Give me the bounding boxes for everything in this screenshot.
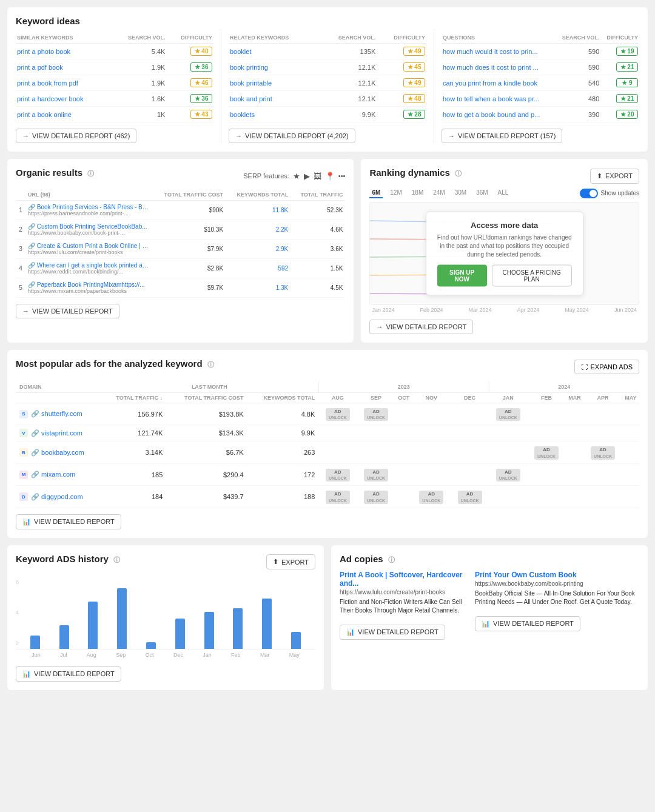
ad-badge[interactable]: ADUNLOCK <box>326 491 350 503</box>
ad-badge[interactable]: ADUNLOCK <box>326 469 350 481</box>
table-row: booklets 9.9K ★ 28 <box>229 107 426 122</box>
keyword-link[interactable]: print a hardcover book <box>17 95 83 102</box>
keyword-link[interactable]: how much does it cost to print ... <box>443 64 539 71</box>
result-link[interactable]: 🔗 Create & Custom Print a Book Online | … <box>28 243 149 249</box>
total-traffic: 4.5K <box>291 278 345 298</box>
expand-ads-button[interactable]: ⛶ EXPAND ADS <box>574 360 640 374</box>
domain-icon: M <box>19 471 28 479</box>
vol-cell: 5.4K <box>112 44 167 59</box>
ranking-export-button[interactable]: ⬆ EXPORT <box>590 169 639 184</box>
ad-cell-2023: ADUNLOCK <box>357 463 395 485</box>
x-label: Jun <box>32 652 41 658</box>
ad-badge[interactable]: ADUNLOCK <box>534 446 559 459</box>
domain-icon: S <box>19 410 28 418</box>
questions-report-button[interactable]: → VIEW DETAILED REPORT (157) <box>442 129 562 143</box>
domain-link[interactable]: V 🔗 vistaprint.com <box>19 429 97 437</box>
x-label: Jul <box>60 652 67 658</box>
domain-link[interactable]: D 🔗 diggypod.com <box>19 492 97 501</box>
keyword-link[interactable]: book printing <box>230 64 268 71</box>
ad-copy-title: Print Your Own Custom Book <box>475 571 639 579</box>
similar-report-button[interactable]: → VIEW DETAILED REPORT (462) <box>16 129 136 143</box>
ranking-tab[interactable]: 30M <box>452 188 469 198</box>
keyword-link[interactable]: print a pdf book <box>17 64 63 71</box>
related-report-button[interactable]: → VIEW DETAILED REPORT (4,202) <box>229 129 355 143</box>
keyword-link[interactable]: how to tell when a book was pr... <box>443 95 539 102</box>
ad-copy-item: Print A Book | Softcover, Hardcover and.… <box>340 571 465 640</box>
ad-cell-empty <box>395 425 412 441</box>
ad-badge[interactable]: ADUNLOCK <box>496 408 520 421</box>
result-link[interactable]: 🔗 Custom Book Printing ServiceBookBab... <box>28 223 149 230</box>
keyword-link[interactable]: print a book from pdf <box>17 79 78 87</box>
ranking-tab[interactable]: 36M <box>474 188 490 198</box>
ad-badge[interactable]: ADUNLOCK <box>591 446 615 459</box>
signup-button[interactable]: SIGN UP NOW <box>437 265 487 287</box>
keyword-link[interactable]: print a book online <box>17 111 72 118</box>
ads-subheader-cell: TOTAL TRAFFIC ↓ <box>101 393 166 403</box>
month-header: AUG <box>318 393 357 403</box>
ranking-tab[interactable]: ALL <box>495 188 511 198</box>
ranking-tab[interactable]: 18M <box>409 188 426 198</box>
bar <box>88 602 98 649</box>
domain-link[interactable]: S 🔗 shutterfly.com <box>19 410 97 418</box>
keyword-link[interactable]: how to get a book bound and p... <box>443 111 540 118</box>
keyword-link[interactable]: book printable <box>230 79 272 87</box>
ad-badge[interactable]: ADUNLOCK <box>458 491 482 503</box>
month-header: SEP <box>357 393 395 403</box>
ad-badge[interactable]: ADUNLOCK <box>326 408 350 421</box>
organic-report-button[interactable]: → VIEW DETAILED REPORT <box>16 304 119 318</box>
keyword-link[interactable]: book and print <box>230 95 272 102</box>
keyword-link[interactable]: booklets <box>230 111 255 118</box>
related-keywords-col: RELATED KEYWORDS SEARCH VOL. DIFFICULTY … <box>229 32 434 143</box>
traffic-cost: $9.7K <box>152 278 226 298</box>
cost-header: TOTAL TRAFFIC COST <box>152 189 226 201</box>
vol-cell: 1K <box>112 107 167 122</box>
arrow-icon: → <box>235 132 242 139</box>
show-updates-toggle[interactable] <box>580 189 598 198</box>
ranking-tab[interactable]: 12M <box>388 188 404 198</box>
ad-badge[interactable]: ADUNLOCK <box>364 408 388 421</box>
domain-link[interactable]: M 🔗 mixam.com <box>19 471 97 479</box>
keywords-cell: 188 <box>247 486 319 508</box>
diff-cell: ★ 48 <box>377 91 426 107</box>
ranking-report-button[interactable]: → VIEW DETAILED REPORT <box>369 320 473 334</box>
expand-icon: ⛶ <box>581 363 588 371</box>
bar-group <box>281 577 311 649</box>
ad-cell-empty <box>583 486 622 508</box>
ranking-tab[interactable]: 6M <box>369 188 383 198</box>
ads-history-report-label: VIEW DETAILED REPORT <box>34 670 115 677</box>
pricing-button[interactable]: CHOOSE A PRICING PLAN <box>492 265 572 287</box>
ad-badge[interactable]: ADUNLOCK <box>364 491 388 503</box>
y-label: 2 <box>16 640 19 646</box>
y-axis: 642 <box>16 577 19 649</box>
info-icon: ⓘ <box>388 556 395 563</box>
domain-link[interactable]: B 🔗 bookbaby.com <box>19 448 97 457</box>
vol-cell: 1.6K <box>112 91 167 107</box>
traffic-cell: 121.74K <box>101 425 166 441</box>
x-label: Sep <box>116 652 126 658</box>
result-link[interactable]: 🔗 Paperback Book PrintingMixamhttps://..… <box>28 281 149 288</box>
ad-copy-report-button[interactable]: 📊 VIEW DETAILED REPORT <box>475 616 580 631</box>
ads-report-button[interactable]: 📊 VIEW DETAILED REPORT <box>16 514 121 529</box>
keyword-link[interactable]: how much would it cost to prin... <box>443 48 538 55</box>
ad-badge[interactable]: ADUNLOCK <box>496 469 520 481</box>
keywords-count: 2.2K <box>226 220 291 240</box>
ad-badge[interactable]: ADUNLOCK <box>364 469 388 481</box>
table-row: booklet 135K ★ 49 <box>229 44 426 59</box>
month-header: DEC <box>451 393 489 403</box>
ad-badge[interactable]: ADUNLOCK <box>419 491 443 503</box>
ad-cell-empty <box>622 441 639 463</box>
ad-copies-list: Print A Book | Softcover, Hardcover and.… <box>340 571 639 647</box>
table-row: print a hardcover book 1.6K ★ 36 <box>16 91 213 107</box>
keyword-link[interactable]: print a photo book <box>17 48 70 55</box>
bar <box>262 599 272 649</box>
keyword-link[interactable]: booklet <box>230 48 251 55</box>
result-link[interactable]: 🔗 Book Printing Services - B&N Press - B… <box>28 204 149 210</box>
keyword-link[interactable]: can you print from a kindle book <box>443 79 537 87</box>
ranking-tab[interactable]: 24M <box>431 188 447 198</box>
ad-cell-2023: ADUNLOCK <box>357 403 395 425</box>
result-link[interactable]: 🔗 Where can I get a single book printed … <box>28 262 149 269</box>
ads-history-export-button[interactable]: ⬆ EXPORT <box>266 554 315 569</box>
diff-cell: ★ 19 <box>600 44 639 59</box>
ad-copy-report-button[interactable]: 📊 VIEW DETAILED REPORT <box>340 625 445 640</box>
ads-history-report-button[interactable]: 📊 VIEW DETAILED REPORT <box>16 666 121 682</box>
